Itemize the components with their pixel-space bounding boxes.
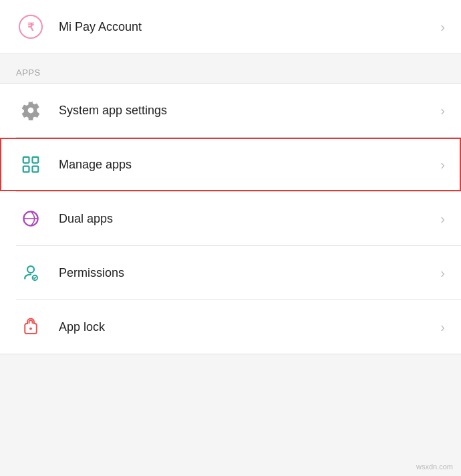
mi-pay-account-label: Mi Pay Account [59,20,435,34]
permissions-icon-wrap [16,258,45,287]
dual-apps-item[interactable]: Dual apps › [0,192,461,245]
permissions-item[interactable]: Permissions › [0,246,461,300]
manage-apps-chevron: › [440,157,445,172]
svg-rect-0 [23,157,29,163]
settings-container: ₹ Mi Pay Account › APPS System app setti… [0,0,461,354]
system-app-settings-chevron: › [440,103,445,118]
grid-icon [21,154,41,174]
mi-pay-account-item[interactable]: ₹ Mi Pay Account › [0,0,461,53]
svg-rect-1 [33,157,39,163]
apps-section-label: APPS [0,57,461,83]
dual-apps-chevron: › [440,211,445,227]
svg-rect-3 [33,166,39,172]
grid-icon-wrap [16,150,45,179]
system-app-settings-item[interactable]: System app settings › [0,84,461,137]
apps-section-block: APPS [0,54,461,83]
dual-icon-wrap [16,204,45,233]
watermark: wsxdn.com [416,463,453,471]
manage-apps-label: Manage apps [59,158,435,172]
permissions-icon [21,263,41,283]
lock-icon [21,317,41,337]
svg-point-7 [29,328,32,330]
rupee-icon: ₹ [19,15,43,39]
rupee-icon-wrap: ₹ [16,12,45,41]
svg-point-5 [27,266,34,273]
app-lock-label: App lock [59,320,435,334]
gear-icon [21,100,41,120]
dual-icon [21,209,41,229]
manage-apps-item[interactable]: Manage apps › [0,138,461,191]
permissions-chevron: › [440,265,445,281]
lock-icon-wrap [16,312,45,342]
app-lock-item[interactable]: App lock › [0,300,461,354]
app-lock-chevron: › [440,320,445,335]
svg-rect-2 [23,166,29,172]
dual-apps-label: Dual apps [59,212,435,226]
system-app-settings-label: System app settings [59,104,435,118]
mi-pay-account-chevron: › [440,19,445,35]
bottom-divider [0,354,461,354]
permissions-label: Permissions [59,266,435,280]
gear-icon-wrap [16,96,45,125]
